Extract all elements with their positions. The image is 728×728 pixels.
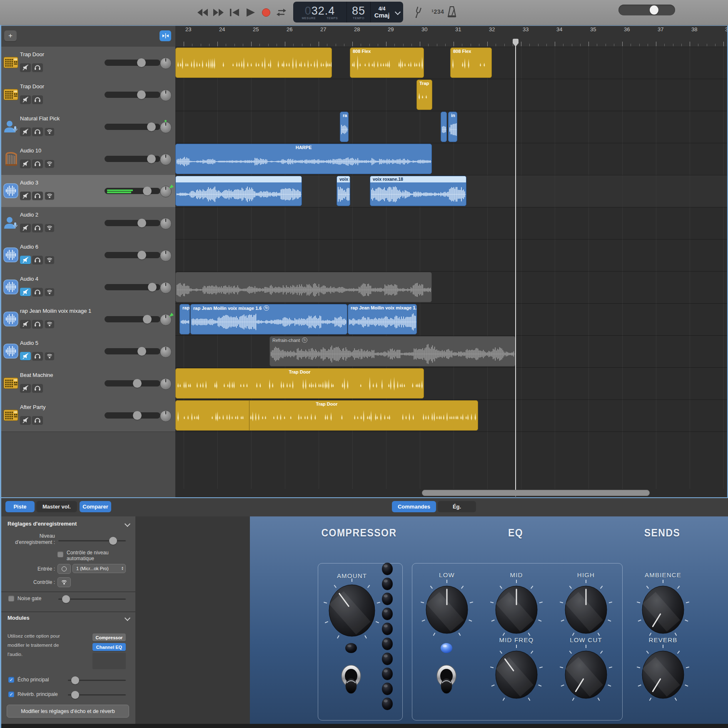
input-monitoring-button[interactable]	[45, 128, 54, 135]
noise-gate-slider[interactable]	[58, 598, 126, 600]
volume-slider[interactable]	[105, 380, 160, 386]
solo-button[interactable]	[32, 127, 43, 136]
volume-thumb[interactable]	[133, 379, 142, 388]
pan-knob[interactable]	[160, 410, 172, 422]
volume-thumb[interactable]	[148, 283, 157, 292]
input-monitoring-button[interactable]	[45, 160, 54, 167]
volume-slider[interactable]	[105, 284, 160, 290]
region-rap-jean-moilin-voix-mixage-1-6[interactable]: rap Jean Moilin voix mixage 1.6↻	[190, 304, 347, 334]
region-trap-door[interactable]: Trap Door	[175, 400, 478, 431]
monitoring-button[interactable]	[57, 577, 71, 587]
noise-gate-thumb[interactable]	[62, 595, 70, 603]
track-header-row-audio-2[interactable]: Audio 2	[0, 207, 175, 239]
lcd-display[interactable]: 032.4 MESURETEMPS 85 TEMPO 4/4 Cmaj	[293, 2, 403, 22]
tab-commandes[interactable]: Commandes	[392, 501, 436, 512]
region-harpe[interactable]: HARPE	[175, 144, 432, 174]
volume-thumb[interactable]	[133, 411, 142, 420]
catch-playhead-button[interactable]	[160, 30, 171, 41]
mute-button[interactable]	[20, 416, 31, 424]
region-unnamed[interactable]	[175, 47, 332, 78]
echo-thumb[interactable]	[71, 676, 79, 684]
volume-thumb[interactable]	[137, 219, 146, 227]
region-trap-door[interactable]: Trap Door	[175, 368, 424, 399]
master-volume-thumb[interactable]	[650, 5, 658, 15]
volume-thumb[interactable]	[137, 251, 146, 259]
noise-gate-checkbox[interactable]	[8, 596, 14, 601]
mute-button[interactable]	[20, 320, 31, 328]
volume-thumb[interactable]	[147, 122, 156, 131]
track-header-row-audio-4[interactable]: Audio 4	[0, 271, 175, 304]
track-header-row-audio-10[interactable]: Audio 10	[0, 143, 175, 175]
record-level-thumb[interactable]	[109, 537, 117, 545]
volume-slider[interactable]	[105, 220, 160, 226]
volume-thumb[interactable]	[137, 90, 146, 99]
go-to-beginning-button[interactable]	[230, 9, 239, 18]
volume-thumb[interactable]	[143, 187, 152, 195]
knob-mid-freq[interactable]	[488, 643, 545, 708]
volume-slider[interactable]	[105, 252, 160, 258]
region-unnamed[interactable]	[441, 112, 447, 142]
input-monitoring-button[interactable]	[45, 192, 54, 199]
pan-knob[interactable]	[160, 314, 172, 326]
mute-button[interactable]	[20, 224, 31, 232]
h-scrollbar[interactable]	[422, 490, 650, 496]
mute-button[interactable]	[20, 192, 31, 200]
toggle-switch[interactable]	[339, 662, 363, 700]
pan-knob[interactable]	[160, 250, 172, 262]
pan-knob[interactable]	[160, 378, 172, 390]
record-button[interactable]	[262, 8, 271, 19]
chevron-down-icon[interactable]	[395, 9, 401, 15]
mute-button[interactable]	[20, 63, 31, 72]
track-header-row-rap-jean-moilin-voix-mixage-1[interactable]: rap Jean Moilin voix mixage 1	[0, 303, 175, 336]
recording-settings-header[interactable]: Réglages d'enregistrement	[7, 521, 130, 527]
region-in[interactable]: in	[448, 112, 457, 142]
edit-echo-reverb-button[interactable]: Modifier les réglages d'écho et de réver…	[7, 705, 129, 718]
metronome-icon[interactable]	[446, 6, 457, 20]
solo-button[interactable]	[32, 352, 43, 360]
input-monitoring-button[interactable]	[45, 224, 54, 232]
playhead[interactable]	[515, 40, 516, 496]
pan-knob[interactable]	[160, 282, 172, 294]
region-rap-jean-moilin-voix-mixage-1[interactable]: rap Jean Moilin voix mixage 1.	[348, 304, 417, 334]
track-header-row-natural-flat-pick[interactable]: Natural Flat Pick	[0, 111, 175, 143]
pan-knob[interactable]	[160, 122, 172, 133]
solo-button[interactable]	[32, 256, 43, 264]
auto-level-checkbox[interactable]	[57, 551, 63, 557]
pan-knob[interactable]	[160, 218, 172, 229]
tab-g[interactable]: Ég.	[438, 501, 476, 512]
region-voix-roxane-18[interactable]: voix roxane.18	[370, 176, 466, 206]
volume-thumb[interactable]	[137, 347, 146, 356]
track-header-row-after-party[interactable]: After Party	[0, 399, 175, 432]
input-monitoring-button[interactable]	[45, 288, 54, 296]
track-header-row-trap-door[interactable]: Trap Door	[0, 47, 175, 79]
track-header-row-audio-6[interactable]: Audio 6	[0, 239, 175, 272]
mute-button[interactable]	[20, 352, 31, 360]
input-monitoring-button[interactable]	[45, 352, 54, 360]
knob-low[interactable]	[419, 578, 475, 643]
mute-button[interactable]	[20, 160, 31, 168]
volume-thumb[interactable]	[137, 58, 146, 67]
mute-button[interactable]	[20, 95, 31, 104]
pan-knob[interactable]	[160, 154, 172, 165]
region-ra[interactable]: ra	[340, 112, 349, 142]
track-header-row-audio-5[interactable]: Audio 5	[0, 335, 175, 368]
knob-ambience[interactable]	[635, 578, 691, 643]
volume-slider[interactable]	[105, 156, 160, 162]
input-device-dropdown[interactable]: 1 (Micr...ok Pro) ▲▼	[72, 564, 126, 573]
master-volume-slider[interactable]	[618, 5, 675, 15]
lcd-key-section[interactable]: 4/4 Cmaj	[370, 2, 393, 22]
play-button[interactable]	[247, 8, 255, 18]
rewind-button[interactable]	[197, 9, 208, 18]
region-voix-r[interactable]: voix r	[337, 176, 350, 206]
volume-slider[interactable]	[105, 92, 160, 98]
toggle-switch[interactable]	[434, 662, 459, 700]
mute-button[interactable]	[20, 256, 31, 264]
region-rap[interactable]: rap	[180, 304, 190, 334]
region-808-flex[interactable]: 808 Flex	[350, 47, 424, 78]
chevron-down-icon[interactable]	[125, 615, 130, 621]
reverb-slider[interactable]	[68, 694, 126, 696]
lcd-tempo-section[interactable]: 85 TEMPO	[347, 2, 370, 22]
count-in-button[interactable]: 1234	[431, 8, 444, 15]
add-track-button[interactable]: +	[4, 30, 17, 41]
knob-mid[interactable]	[488, 578, 545, 643]
